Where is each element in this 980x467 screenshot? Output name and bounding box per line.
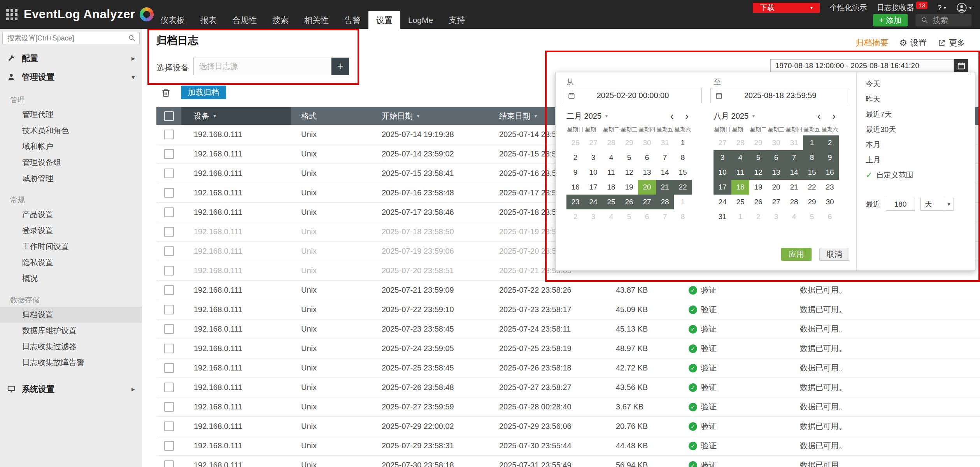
calendar-day[interactable]: 25 [602, 195, 620, 209]
global-search[interactable]: 搜索 [915, 14, 971, 26]
sidebar-item[interactable]: 技术员和角色 [0, 123, 142, 139]
calendar-day[interactable]: 4 [602, 150, 620, 165]
calendar-day[interactable]: 19 [620, 180, 638, 195]
settings-search-input[interactable] [2, 32, 140, 44]
calendar-day[interactable]: 14 [785, 165, 803, 180]
preset-option[interactable]: 上月 [866, 152, 969, 167]
row-checkbox[interactable] [164, 207, 174, 217]
table-row[interactable]: 192.168.0.111Unix2025-07-21 23:59:092025… [156, 281, 980, 300]
load-archive-button[interactable]: 加载归档 [181, 86, 226, 99]
calendar-day[interactable]: 25 [731, 195, 749, 209]
from-date-input[interactable]: 2025-02-20 00:00:00 [563, 88, 702, 103]
nav-tab[interactable]: 相关性 [296, 11, 337, 29]
calendar-day[interactable]: 26 [749, 195, 767, 209]
calendar-day[interactable]: 15 [803, 165, 821, 180]
user-menu[interactable]: ▾ [956, 2, 971, 13]
next-month-button[interactable]: › [685, 111, 689, 121]
personal-demo-link[interactable]: 个性化演示 [830, 3, 867, 13]
calendar-day[interactable]: 23 [566, 195, 584, 209]
nav-tab[interactable]: 搜索 [265, 11, 296, 29]
next-month-button[interactable]: › [832, 111, 836, 121]
calendar-day[interactable]: 17 [584, 180, 602, 195]
nav-tab[interactable]: LogMe [400, 11, 441, 29]
cancel-button[interactable]: 取消 [819, 248, 849, 261]
preset-option[interactable]: 本月 [866, 137, 969, 152]
calendar-day[interactable]: 3 [714, 150, 731, 165]
calendar-day[interactable]: 26 [566, 135, 584, 150]
calendar-day[interactable]: 6 [638, 150, 656, 165]
sidebar-item[interactable]: 隐私设置 [0, 255, 142, 270]
table-row[interactable]: 192.168.0.111Unix2025-07-29 23:58:312025… [156, 436, 980, 456]
help-menu[interactable]: ? ▾ [938, 4, 946, 12]
last-n-input[interactable] [886, 198, 915, 211]
calendar-day[interactable]: 28 [785, 195, 803, 209]
archive-summary-link[interactable]: 归档摘要 [856, 37, 888, 48]
prev-month-button[interactable]: ‹ [817, 111, 821, 121]
calendar-day[interactable]: 3 [584, 209, 602, 224]
sidebar-item[interactable]: 概况 [0, 270, 142, 286]
table-row[interactable]: 192.168.0.111Unix2025-07-26 23:58:482025… [156, 378, 980, 397]
calendar-day[interactable]: 30 [638, 135, 656, 150]
calendar-day[interactable]: 20 [767, 180, 785, 195]
sidebar-item[interactable]: 日志收集过滤器 [0, 339, 142, 355]
row-checkbox[interactable] [164, 285, 174, 295]
sidebar-item-configuration[interactable]: 配置 ▸ [0, 49, 142, 68]
column-header-device[interactable]: 设备 ▼ [181, 107, 291, 125]
calendar-day[interactable]: 3 [767, 209, 785, 224]
calendar-day[interactable]: 9 [566, 165, 584, 180]
calendar-day[interactable]: 6 [821, 209, 839, 224]
calendar-day[interactable]: 2 [749, 209, 767, 224]
add-button[interactable]: + 添加 [873, 14, 908, 26]
sidebar-item[interactable]: 威胁管理 [0, 170, 142, 186]
calendar-day[interactable]: 4 [785, 209, 803, 224]
calendar-day[interactable]: 23 [821, 180, 839, 195]
nav-tab[interactable]: 告警 [337, 11, 368, 29]
calendar-day[interactable]: 13 [767, 165, 785, 180]
calendar-day[interactable]: 18 [731, 180, 749, 195]
calendar-day[interactable]: 1 [674, 135, 692, 150]
calendar-day[interactable]: 28 [731, 135, 749, 150]
table-row[interactable]: 192.168.0.111Unix2025-07-27 23:59:592025… [156, 397, 980, 417]
calendar-day[interactable]: 2 [566, 150, 584, 165]
date-range-display[interactable]: 1970-08-18 12:00:00 - 2025-08-18 16:41:2… [770, 59, 954, 72]
calendar-day[interactable]: 19 [749, 180, 767, 195]
calendar-day[interactable]: 29 [749, 135, 767, 150]
preset-option[interactable]: 最近7天 [866, 107, 969, 122]
apply-button[interactable]: 应用 [781, 248, 812, 261]
calendar-day[interactable]: 15 [674, 165, 692, 180]
row-checkbox[interactable] [164, 149, 174, 159]
sidebar-item[interactable]: 登录设置 [0, 223, 142, 239]
calendar-day[interactable]: 2 [566, 209, 584, 224]
calendar-day[interactable]: 31 [785, 135, 803, 150]
row-checkbox[interactable] [164, 266, 174, 276]
calendar-day[interactable]: 21 [656, 180, 674, 195]
calendar-day[interactable]: 28 [656, 195, 674, 209]
calendar-day[interactable]: 3 [584, 150, 602, 165]
calendar-day[interactable]: 7 [785, 150, 803, 165]
calendar-day[interactable]: 29 [620, 135, 638, 150]
row-checkbox[interactable] [164, 421, 174, 431]
custom-range-option[interactable]: ✓ 自定义范围 [866, 167, 969, 183]
calendar-day[interactable]: 2 [821, 135, 839, 150]
calendar-day[interactable]: 9 [821, 150, 839, 165]
calendar-day[interactable]: 6 [638, 209, 656, 224]
calendar-day[interactable]: 5 [749, 150, 767, 165]
sidebar-item[interactable]: 管理设备组 [0, 154, 142, 170]
sidebar-item[interactable]: 数据库维护设置 [0, 323, 142, 339]
preset-option[interactable]: 昨天 [866, 91, 969, 107]
prev-month-button[interactable]: ‹ [670, 111, 674, 121]
calendar-day[interactable]: 22 [674, 180, 692, 195]
row-checkbox[interactable] [164, 246, 174, 256]
row-checkbox[interactable] [164, 383, 174, 392]
calendar-day[interactable]: 21 [785, 180, 803, 195]
month-selector[interactable]: 八月 2025 [714, 111, 749, 121]
calendar-day[interactable]: 14 [656, 165, 674, 180]
sidebar-item[interactable]: 日志收集故障告警 [0, 355, 142, 370]
calendar-day[interactable]: 30 [767, 135, 785, 150]
row-checkbox[interactable] [164, 130, 174, 139]
calendar-day[interactable]: 11 [602, 165, 620, 180]
nav-tab[interactable]: 支持 [441, 11, 473, 29]
calendar-day[interactable]: 29 [803, 195, 821, 209]
calendar-day[interactable]: 5 [803, 209, 821, 224]
calendar-day[interactable]: 4 [731, 150, 749, 165]
